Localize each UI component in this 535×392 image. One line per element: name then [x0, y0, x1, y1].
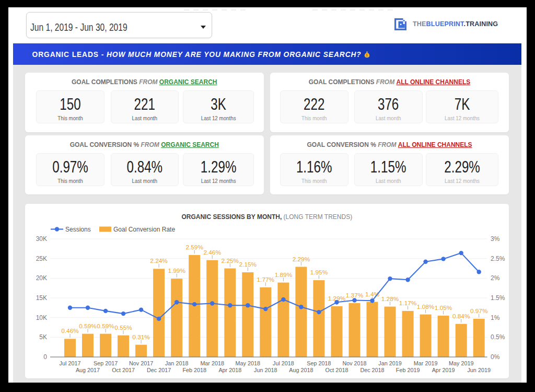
svg-text:0.31%: 0.31% [132, 333, 150, 341]
svg-text:2.29%: 2.29% [293, 256, 310, 263]
svg-text:1.5%: 1.5% [491, 294, 505, 302]
svg-text:Sep 2017: Sep 2017 [94, 360, 118, 366]
svg-text:2.59%: 2.59% [185, 244, 203, 251]
svg-text:Nov 2017: Nov 2017 [129, 360, 153, 366]
svg-text:Aug 2018: Aug 2018 [289, 367, 313, 373]
svg-text:Jun 2018: Jun 2018 [254, 367, 277, 373]
svg-text:Sep 2018: Sep 2018 [307, 360, 331, 366]
svg-text:2.25%: 2.25% [222, 257, 239, 264]
svg-text:15K: 15K [36, 294, 47, 302]
svg-text:May 2018: May 2018 [236, 360, 260, 366]
svg-text:1.17%: 1.17% [399, 299, 417, 307]
svg-text:Nov 2018: Nov 2018 [342, 360, 366, 366]
svg-text:0.5%: 0.5% [491, 333, 505, 341]
svg-text:0%: 0% [491, 353, 500, 361]
svg-text:0: 0 [43, 353, 47, 361]
svg-text:0.84%: 0.84% [452, 313, 470, 320]
svg-text:0.46%: 0.46% [61, 327, 79, 335]
svg-text:Dec 2018: Dec 2018 [360, 367, 384, 373]
svg-text:10K: 10K [36, 314, 47, 321]
svg-text:25K: 25K [36, 255, 47, 262]
svg-text:Apr 2018: Apr 2018 [218, 367, 241, 373]
svg-text:Oct 2018: Oct 2018 [325, 367, 348, 373]
svg-text:Feb 2019: Feb 2019 [396, 367, 420, 373]
svg-text:1%: 1% [491, 314, 500, 321]
svg-text:Feb 2018: Feb 2018 [182, 367, 206, 373]
svg-text:1.89%: 1.89% [275, 271, 293, 279]
svg-text:1.08%: 1.08% [417, 303, 435, 310]
svg-text:2.24%: 2.24% [150, 257, 168, 264]
svg-text:Jul 2018: Jul 2018 [273, 360, 294, 366]
svg-text:0.97%: 0.97% [470, 307, 488, 315]
svg-text:2.15%: 2.15% [239, 261, 257, 268]
svg-text:30K: 30K [36, 235, 47, 243]
svg-text:2.5%: 2.5% [491, 255, 505, 262]
svg-text:Jan 2018: Jan 2018 [165, 360, 188, 366]
svg-text:Dec 2017: Dec 2017 [147, 367, 171, 373]
svg-text:1.95%: 1.95% [310, 269, 328, 276]
svg-text:May 2019: May 2019 [449, 360, 473, 366]
svg-text:0.55%: 0.55% [114, 324, 132, 331]
svg-text:1.99%: 1.99% [168, 267, 185, 274]
svg-text:1.37%: 1.37% [346, 292, 364, 299]
svg-text:Mar 2019: Mar 2019 [414, 360, 438, 366]
svg-text:Aug 2017: Aug 2017 [76, 367, 100, 373]
svg-text:3%: 3% [491, 235, 500, 243]
svg-text:1.05%: 1.05% [435, 304, 452, 312]
svg-text:1.28%: 1.28% [381, 295, 399, 303]
svg-text:2%: 2% [491, 274, 500, 282]
svg-text:1.77%: 1.77% [257, 276, 275, 283]
svg-text:2.46%: 2.46% [203, 249, 221, 256]
svg-text:Jul 2017: Jul 2017 [60, 360, 81, 366]
svg-text:5K: 5K [39, 333, 47, 341]
svg-text:Jan 2019: Jan 2019 [378, 360, 401, 366]
svg-text:Oct 2017: Oct 2017 [112, 367, 135, 373]
svg-text:Apr 2019: Apr 2019 [432, 367, 455, 373]
svg-text:0.59%: 0.59% [79, 322, 97, 330]
svg-text:Jun 2019: Jun 2019 [467, 367, 490, 373]
svg-text:Mar 2018: Mar 2018 [200, 360, 224, 366]
svg-text:0.59%: 0.59% [97, 322, 114, 330]
svg-text:20K: 20K [36, 274, 47, 282]
